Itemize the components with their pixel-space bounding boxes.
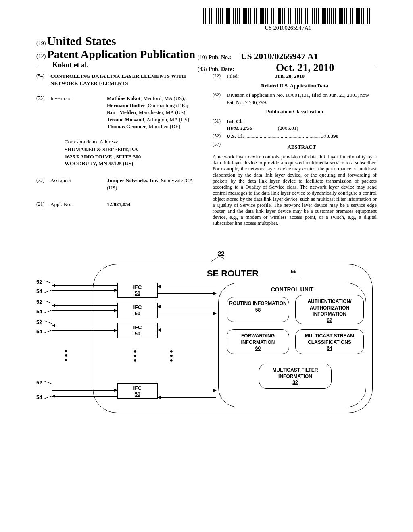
mcast-class-num: 64 bbox=[327, 345, 332, 351]
arrow-ifc3-in bbox=[158, 330, 216, 330]
correspondence-street: 1625 RADIO DRIVE , SUITE 300 bbox=[65, 153, 200, 160]
pub-no-label: Pub. No.: bbox=[209, 54, 231, 60]
correspondence-name: SHUMAKER & SIEFFERT, P.A bbox=[65, 146, 200, 153]
ref-54-leader-b bbox=[44, 310, 52, 313]
field-code-52: (52) bbox=[213, 133, 227, 140]
assignee-value: Juniper Networks, Inc., Sunnyvale, CA (U… bbox=[107, 177, 200, 191]
figure-ref-22: 22 bbox=[218, 250, 225, 257]
ifc-label: IFC bbox=[133, 304, 142, 310]
figure-ref-52-c: 52 bbox=[36, 319, 42, 325]
uscl-dots: ........................................… bbox=[245, 133, 321, 139]
figure-ref-54-b: 54 bbox=[36, 308, 42, 314]
figure-ref-52-a: 52 bbox=[36, 279, 42, 285]
multicast-filter-box: MULTICAST FILTER INFORMATION32 bbox=[259, 364, 332, 389]
correspondence-label: Correspondence Address: bbox=[65, 138, 200, 145]
fwd-info-text: FORWARDING INFORMATION bbox=[241, 333, 275, 345]
main-content: (54) CONTROLLING DATA LINK LAYER ELEMENT… bbox=[36, 73, 377, 227]
mcast-filter-num: 32 bbox=[292, 380, 298, 385]
related-data-heading: Related U.S. Application Data bbox=[213, 82, 377, 89]
ifc-number: 50 bbox=[135, 391, 140, 397]
abstract-heading: ABSTRACT bbox=[227, 143, 377, 151]
ifc-number: 50 bbox=[135, 311, 140, 316]
ext-vertical-dots: ••• bbox=[65, 349, 68, 362]
publication-type: Patent Application Publication bbox=[47, 48, 195, 60]
se-router-title: SE ROUTER bbox=[93, 268, 372, 279]
related-application: Division of application No. 10/601,131, … bbox=[227, 91, 377, 106]
applno-label: Appl. No.: bbox=[50, 201, 107, 208]
ext-arrow-out-1 bbox=[52, 285, 117, 286]
publication-number: US 2010/0265947 A1 bbox=[241, 51, 318, 61]
field-code-10: (10) bbox=[198, 54, 207, 60]
figure-ref-52-d: 52 bbox=[36, 380, 42, 386]
figure-ref-54-d: 54 bbox=[36, 394, 42, 400]
country: United States bbox=[47, 34, 116, 48]
uscl-label: U.S. Cl. bbox=[227, 133, 244, 139]
field-code-62: (62) bbox=[213, 91, 227, 106]
figure-ref-56: 56 bbox=[291, 268, 296, 274]
patent-figure: 22 SE ROUTER 56 IFC50 IFC50 IFC50 IFC50 … bbox=[40, 250, 373, 423]
control-unit-title: CONTROL UNIT bbox=[219, 286, 366, 293]
ifc-number: 50 bbox=[135, 331, 140, 337]
ext-arrow-in-3 bbox=[52, 330, 117, 331]
routing-info-num: 58 bbox=[255, 307, 261, 313]
application-number: 12/825,054 bbox=[107, 201, 200, 208]
field-code-51: (51) bbox=[213, 118, 227, 132]
field-code-19: (19) bbox=[36, 40, 46, 46]
control-unit-box: CONTROL UNIT ROUTING INFORMATION58 AUTHE… bbox=[218, 283, 366, 407]
barcode-text: US 20100265947A1 bbox=[203, 25, 373, 31]
ref-52-leader-d bbox=[44, 381, 52, 384]
field-code-12: (12) bbox=[36, 53, 46, 59]
routing-info-text: ROUTING INFORMATION bbox=[229, 301, 286, 306]
ext-arrow-out-2 bbox=[52, 305, 117, 306]
ext-arrow-out-3 bbox=[52, 326, 117, 326]
ref-52-leader-c bbox=[44, 321, 52, 324]
correspondence-address: Correspondence Address: SHUMAKER & SIEFF… bbox=[65, 138, 200, 167]
field-code-54: (54) bbox=[36, 73, 50, 87]
intcl-version: (2006.01) bbox=[278, 125, 298, 131]
ifc-box-3: IFC50 bbox=[117, 323, 158, 338]
ref-54-leader-d bbox=[44, 396, 52, 399]
intcl-label: Int. Cl. bbox=[227, 118, 377, 125]
field-code-43: (43) bbox=[198, 66, 207, 72]
fwd-info-num: 60 bbox=[255, 345, 261, 351]
auth-info-num: 62 bbox=[327, 318, 332, 323]
ifc-box-2: IFC50 bbox=[117, 303, 158, 318]
multicast-class-box: MULTICAST STREAM CLASSIFICATIONS64 bbox=[295, 329, 364, 354]
abstract-text: A network layer device controls provisio… bbox=[213, 154, 377, 227]
se-router-box: SE ROUTER 56 IFC50 IFC50 IFC50 IFC50 •••… bbox=[93, 264, 373, 413]
figure-ref-54-c: 54 bbox=[36, 328, 42, 335]
mcast-class-text: MULTICAST STREAM CLASSIFICATIONS bbox=[305, 333, 354, 345]
field-code-75: (75) bbox=[36, 95, 50, 130]
ext-arrow-in-4 bbox=[52, 390, 117, 391]
ifc-label: IFC bbox=[133, 385, 142, 391]
ref-52-leader-a bbox=[44, 281, 52, 284]
field-code-21: (21) bbox=[36, 201, 50, 208]
ifc-label: IFC bbox=[133, 284, 142, 290]
arrow-ifc1-in bbox=[158, 287, 216, 287]
intcl-value: H04L 12/56 bbox=[227, 125, 252, 131]
ref-54-leader-a bbox=[44, 290, 52, 293]
arrow-ifc2-in bbox=[158, 307, 216, 307]
left-column: (54) CONTROLLING DATA LINK LAYER ELEMENT… bbox=[36, 73, 200, 227]
figure-ref-56-leader bbox=[292, 280, 300, 280]
arrow-ifc2-out bbox=[158, 314, 216, 314]
inventors-label: Inventors: bbox=[50, 95, 107, 130]
ref-52-leader-b bbox=[44, 301, 52, 304]
publication-date: Oct. 21, 2010 bbox=[276, 62, 334, 73]
ref-54-leader-c bbox=[44, 330, 52, 333]
ext-arrow-in-1 bbox=[52, 290, 117, 291]
auth-info-box: AUTHENTICATION/ AUTHORIZATION INFORMATIO… bbox=[295, 295, 364, 324]
ifc-box-1: IFC50 bbox=[117, 283, 158, 298]
classification-heading: Publication Classification bbox=[213, 108, 377, 115]
invention-title: CONTROLLING DATA LINK LAYER ELEMENTS WIT… bbox=[50, 73, 200, 87]
vertical-dots-2: ••• bbox=[170, 349, 173, 362]
vertical-dots-1: ••• bbox=[133, 349, 137, 362]
field-code-57: (57) bbox=[213, 141, 227, 153]
auth-info-text: AUTHENTICATION/ AUTHORIZATION INFORMATIO… bbox=[307, 299, 351, 317]
pub-date-label: Pub. Date: bbox=[209, 66, 234, 72]
right-column: (22) Filed: Jun. 28, 2010 Related U.S. A… bbox=[213, 73, 377, 227]
document-header: (19) United States (12) Patent Applicati… bbox=[36, 34, 377, 69]
ifc-number: 50 bbox=[135, 291, 140, 296]
correspondence-city: WOODBURY, MN 55125 (US) bbox=[65, 160, 200, 167]
uscl-value: 370/390 bbox=[321, 133, 338, 139]
